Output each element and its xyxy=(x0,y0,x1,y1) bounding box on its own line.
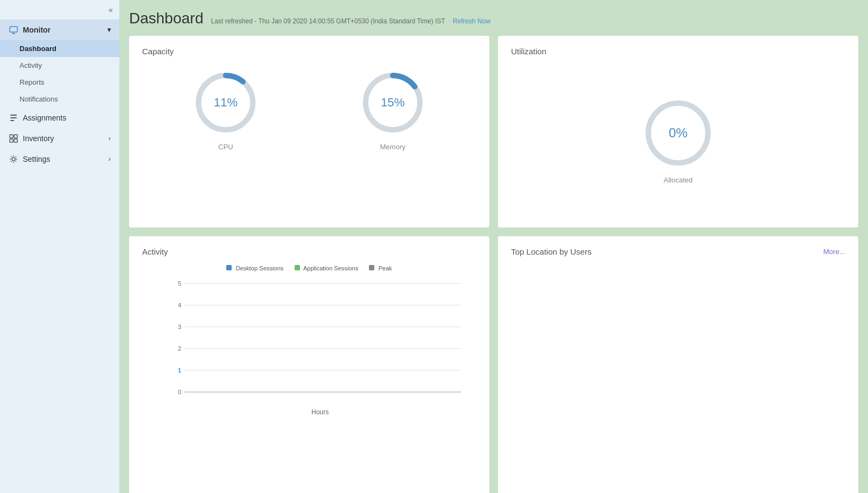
cpu-label: CPU xyxy=(218,143,233,151)
dashboard-grid: Capacity 11% CPU xyxy=(129,36,858,493)
sidebar-section-assignments: Assignments xyxy=(0,108,119,128)
sidebar-item-activity[interactable]: Activity xyxy=(0,57,119,74)
sidebar-item-monitor[interactable]: Monitor ▾ xyxy=(0,20,119,40)
activity-chart-area: Desktop Sessions Application Sessions Pe… xyxy=(142,265,476,493)
chart-legend: Desktop Sessions Application Sessions Pe… xyxy=(142,265,476,271)
last-refresh-time: Last refreshed - Thu Jan 09 2020 14:00:5… xyxy=(211,17,445,25)
svg-text:5: 5 xyxy=(178,280,181,287)
legend-peak: Peak xyxy=(369,265,392,271)
capacity-card-title: Capacity xyxy=(142,47,476,56)
y-axis-label: Users xyxy=(150,280,156,493)
sidebar-item-assignments-label: Assignments xyxy=(23,113,66,122)
svg-point-10 xyxy=(12,157,15,161)
svg-text:0: 0 xyxy=(178,389,181,395)
sidebar-item-settings[interactable]: Settings › xyxy=(0,149,119,169)
page-header: Dashboard Last refreshed - Thu Jan 09 20… xyxy=(129,10,858,27)
svg-rect-4 xyxy=(10,117,17,118)
peak-dot xyxy=(369,265,374,270)
sidebar-section-settings: Settings › xyxy=(0,149,119,169)
sidebar-section-inventory: Inventory › xyxy=(0,128,119,149)
cpu-gauge: 11% CPU xyxy=(193,70,258,151)
memory-gauge-value: 15% xyxy=(381,96,405,110)
sidebar-item-dashboard[interactable]: Dashboard xyxy=(0,40,119,57)
app-sessions-dot xyxy=(295,265,300,270)
activity-chart-svg: 5 4 3 2 1 0 xyxy=(164,278,476,408)
inventory-chevron-icon: › xyxy=(108,135,111,142)
memory-label: Memory xyxy=(380,143,406,151)
monitor-icon xyxy=(9,25,18,35)
svg-rect-8 xyxy=(10,139,13,142)
top-location-card-title: Top Location by Users xyxy=(511,247,591,256)
sidebar-item-inventory-label: Inventory xyxy=(23,134,54,143)
svg-text:2: 2 xyxy=(178,345,181,352)
sidebar-collapse-button[interactable]: « xyxy=(0,0,119,20)
top-location-card: Top Location by Users More... xyxy=(498,236,858,493)
sidebar-item-settings-label: Settings xyxy=(23,155,50,163)
activity-card: Activity Desktop Sessions Application Se… xyxy=(129,236,489,493)
utilization-center: 0% Allocated xyxy=(511,65,845,217)
cpu-gauge-value: 11% xyxy=(214,96,238,110)
refresh-now-link[interactable]: Refresh Now xyxy=(453,17,490,25)
memory-gauge: 15% Memory xyxy=(360,70,425,151)
sidebar: « Monitor ▾ Dashboard Activity Reports N… xyxy=(0,0,119,493)
svg-rect-9 xyxy=(14,139,17,142)
x-axis-label: Hours xyxy=(164,408,476,416)
sidebar-item-assignments[interactable]: Assignments xyxy=(0,108,119,128)
more-link[interactable]: More... xyxy=(824,248,845,256)
page-title: Dashboard xyxy=(129,10,203,27)
capacity-gauges: 11% CPU 15% Memory xyxy=(142,65,476,151)
sidebar-item-monitor-label: Monitor xyxy=(23,26,50,34)
svg-rect-7 xyxy=(14,135,17,138)
svg-rect-5 xyxy=(10,120,14,121)
assignments-icon xyxy=(9,113,18,123)
sidebar-section-monitor: Monitor ▾ Dashboard Activity Reports Not… xyxy=(0,20,119,108)
monitor-chevron-icon: ▾ xyxy=(107,26,111,34)
svg-text:1: 1 xyxy=(178,367,181,374)
desktop-sessions-dot xyxy=(226,265,232,270)
allocated-gauge-value: 0% xyxy=(669,125,688,141)
main-content: Dashboard Last refreshed - Thu Jan 09 20… xyxy=(119,0,868,493)
svg-text:3: 3 xyxy=(178,324,181,330)
utilization-card: Utilization 0% Allocated xyxy=(498,36,858,227)
legend-app-sessions: Application Sessions xyxy=(295,265,359,271)
settings-icon xyxy=(9,154,18,164)
top-location-header: Top Location by Users More... xyxy=(511,247,845,256)
settings-chevron-icon: › xyxy=(108,155,111,163)
inventory-icon xyxy=(9,134,18,143)
activity-card-title: Activity xyxy=(142,247,476,256)
sidebar-item-notifications[interactable]: Notifications xyxy=(0,91,119,108)
svg-text:4: 4 xyxy=(178,302,181,308)
utilization-card-title: Utilization xyxy=(511,47,845,56)
svg-rect-3 xyxy=(10,115,17,116)
sidebar-item-inventory[interactable]: Inventory › xyxy=(0,128,119,149)
sidebar-item-reports[interactable]: Reports xyxy=(0,74,119,91)
legend-desktop-sessions: Desktop Sessions xyxy=(226,265,283,271)
svg-rect-6 xyxy=(10,135,13,138)
svg-rect-0 xyxy=(10,27,17,32)
capacity-card: Capacity 11% CPU xyxy=(129,36,489,227)
allocated-label: Allocated xyxy=(663,176,692,184)
